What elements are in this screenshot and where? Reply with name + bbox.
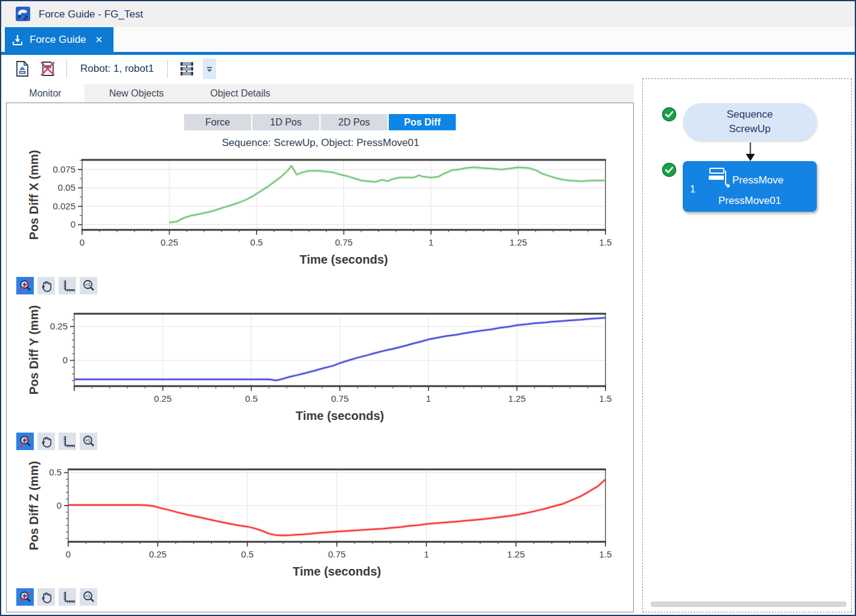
svg-text:Pos Diff Y (mm): Pos Diff Y (mm) xyxy=(27,305,40,395)
svg-text:0: 0 xyxy=(63,355,68,365)
step-type-label: PressMove xyxy=(732,174,784,186)
svg-text:1: 1 xyxy=(429,237,433,247)
press-move-icon xyxy=(708,167,730,189)
zoom-toggle-icon[interactable] xyxy=(16,433,34,450)
svg-text:Time (seconds): Time (seconds) xyxy=(299,253,388,266)
dock-icon xyxy=(11,33,24,46)
main-toolbar: Robot: 1, robot1 xyxy=(1,55,641,83)
svg-text:1.25: 1.25 xyxy=(507,549,525,559)
sequence-node[interactable]: Sequence ScrewUp xyxy=(683,103,817,141)
svg-text:0.5: 0.5 xyxy=(241,549,254,559)
window-layout-icon[interactable] xyxy=(177,59,196,79)
svg-text:0: 0 xyxy=(66,549,71,559)
zoom-reset-icon[interactable]: ×1 xyxy=(80,433,97,450)
svg-text:1.5: 1.5 xyxy=(599,237,612,247)
svg-text:0: 0 xyxy=(57,500,62,510)
svg-text:×1: ×1 xyxy=(85,282,91,287)
svg-text:×1: ×1 xyxy=(85,437,91,443)
sequence-node-line1: Sequence xyxy=(683,107,817,122)
import-report-icon[interactable] xyxy=(13,59,31,79)
svg-text:0.5: 0.5 xyxy=(49,467,62,477)
document-tab-strip: Force Guide ✕ xyxy=(1,27,855,52)
svg-text:×1: ×1 xyxy=(85,593,91,599)
chart-y-zoom-toolbar: ×1 xyxy=(16,433,97,450)
svg-text:Pos Diff X (mm): Pos Diff X (mm) xyxy=(27,150,40,240)
doc-tab-label: Force Guide xyxy=(30,34,86,46)
svg-text:0.5: 0.5 xyxy=(245,393,258,404)
chart-tab-force[interactable]: Force xyxy=(184,114,251,130)
svg-text:0.25: 0.25 xyxy=(161,237,178,247)
pan-icon[interactable] xyxy=(37,588,55,606)
delete-report-icon[interactable] xyxy=(39,59,57,79)
svg-text:1.5: 1.5 xyxy=(599,393,612,404)
zoom-reset-icon[interactable]: ×1 xyxy=(80,277,97,294)
step-index: 1 xyxy=(690,184,695,195)
svg-text:Time (seconds): Time (seconds) xyxy=(293,565,381,578)
monitor-panel: Force 1D Pos 2D Pos Pos Diff Sequence: S… xyxy=(6,103,634,612)
svg-text:1.5: 1.5 xyxy=(599,549,612,559)
toolbar-separator xyxy=(66,60,67,78)
svg-text:0.75: 0.75 xyxy=(328,549,345,559)
svg-text:0: 0 xyxy=(80,237,85,247)
chart-tab-1d-pos[interactable]: 1D Pos xyxy=(252,114,319,130)
svg-text:0.25: 0.25 xyxy=(149,549,167,559)
tab-monitor[interactable]: Monitor xyxy=(6,84,85,103)
window-title: Force Guide - FG_Test xyxy=(39,8,143,21)
svg-text:1: 1 xyxy=(426,393,430,404)
svg-text:0.5: 0.5 xyxy=(251,237,263,247)
svg-text:0.75: 0.75 xyxy=(331,393,348,404)
force-guide-doc-tab[interactable]: Force Guide ✕ xyxy=(5,27,113,52)
app-icon xyxy=(16,7,30,21)
svg-text:0.25: 0.25 xyxy=(154,393,171,404)
sequence-success-check-icon xyxy=(662,107,677,122)
chart-tab-pos-diff[interactable]: Pos Diff xyxy=(389,114,456,130)
svg-text:0.075: 0.075 xyxy=(53,164,75,174)
pos-diff-y-chart: 0.250.50.7511.251.500.25Pos Diff Y (mm)T… xyxy=(7,299,634,429)
toolbar-overflow-icon[interactable] xyxy=(203,59,216,79)
svg-text:Pos Diff Z (mm): Pos Diff Z (mm) xyxy=(27,461,40,550)
flow-arrow-icon xyxy=(743,142,758,162)
step-name-label: PressMove01 xyxy=(683,195,817,207)
chart-x-zoom-toolbar: ×1 xyxy=(16,277,97,294)
svg-text:1: 1 xyxy=(424,549,429,559)
zoom-toggle-icon[interactable] xyxy=(16,588,34,606)
toolbar-separator xyxy=(167,60,168,78)
scale-icon[interactable] xyxy=(59,433,76,450)
press-move-node[interactable]: 1 PressMove PressMove01 xyxy=(683,161,817,212)
titlebar: Force Guide - FG_Test xyxy=(1,1,855,27)
tab-object-details[interactable]: Object Details xyxy=(188,84,292,103)
scale-icon[interactable] xyxy=(59,277,76,294)
zoom-toggle-icon[interactable] xyxy=(16,277,34,294)
horizontal-scrollbar[interactable] xyxy=(651,602,846,607)
pos-diff-z-chart: 00.250.50.7511.251.500.5Pos Diff Z (mm)T… xyxy=(7,455,634,585)
pan-icon[interactable] xyxy=(37,277,55,294)
tab-new-objects[interactable]: New Objects xyxy=(85,84,188,103)
svg-text:0.05: 0.05 xyxy=(58,182,75,192)
chart-tab-2d-pos[interactable]: 2D Pos xyxy=(321,114,388,130)
svg-text:0: 0 xyxy=(71,219,75,229)
sequence-node-line2: ScrewUp xyxy=(683,122,817,136)
chart-z-zoom-toolbar: ×1 xyxy=(16,588,97,606)
pan-icon[interactable] xyxy=(37,433,55,450)
zoom-reset-icon[interactable]: ×1 xyxy=(80,588,97,606)
pos-diff-x-chart: 00.250.50.7511.251.500.0250.050.075Pos D… xyxy=(7,145,634,275)
svg-text:Time (seconds): Time (seconds) xyxy=(296,409,384,422)
step-success-check-icon xyxy=(662,162,677,177)
svg-text:1.25: 1.25 xyxy=(508,393,526,404)
force-guide-window: Force Guide - FG_Test Force Guide ✕ xyxy=(0,0,856,616)
chart-type-tabs: Force 1D Pos 2D Pos Pos Diff xyxy=(184,114,456,130)
close-tab-icon[interactable]: ✕ xyxy=(95,34,103,45)
svg-text:0.025: 0.025 xyxy=(53,201,75,211)
svg-text:0.25: 0.25 xyxy=(50,321,68,331)
sequence-flow-panel: Sequence ScrewUp 1 PressMove PressMove01 xyxy=(642,78,852,612)
view-tab-strip: Monitor New Objects Object Details xyxy=(6,84,634,103)
robot-selector[interactable]: Robot: 1, robot1 xyxy=(77,63,158,75)
svg-text:0.75: 0.75 xyxy=(335,237,353,247)
scale-icon[interactable] xyxy=(59,588,76,606)
svg-text:1.25: 1.25 xyxy=(509,237,527,247)
